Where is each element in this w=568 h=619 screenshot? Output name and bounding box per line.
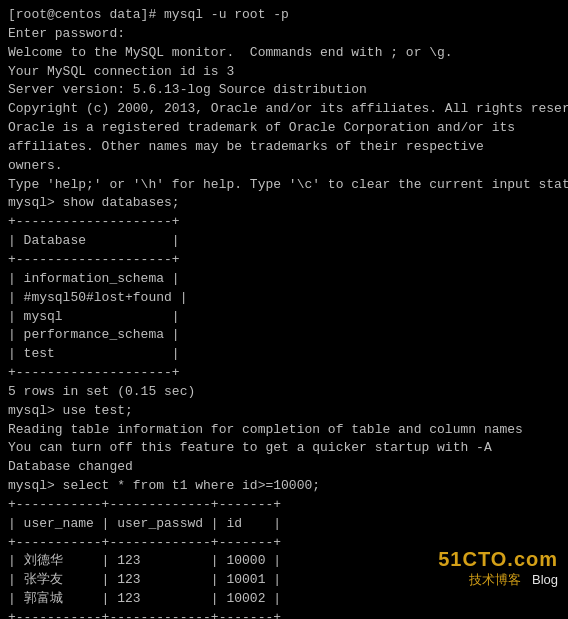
terminal-line: | 郭富城 | 123 | 10002 | (8, 590, 560, 609)
terminal-line: mysql> show databases; (8, 194, 560, 213)
terminal-window: [root@centos data]# mysql -u root -pEnte… (0, 0, 568, 619)
terminal-line: +-----------+-------------+-------+ (8, 609, 560, 619)
terminal-line: +-----------+-------------+-------+ (8, 496, 560, 515)
terminal-line: Server version: 5.6.13-log Source distri… (8, 81, 560, 100)
terminal-line: | information_schema | (8, 270, 560, 289)
terminal-line: Enter password: (8, 25, 560, 44)
terminal-line: Your MySQL connection id is 3 (8, 63, 560, 82)
terminal-line: You can turn off this feature to get a q… (8, 439, 560, 458)
terminal-line: [root@centos data]# mysql -u root -p (8, 6, 560, 25)
terminal-line: | user_name | user_passwd | id | (8, 515, 560, 534)
terminal-line: affiliates. Other names may be trademark… (8, 138, 560, 157)
terminal-line: Reading table information for completion… (8, 421, 560, 440)
terminal-line: mysql> select * from t1 where id>=10000; (8, 477, 560, 496)
terminal-line: Type 'help;' or '\h' for help. Type '\c'… (8, 176, 560, 195)
terminal-line: +--------------------+ (8, 364, 560, 383)
terminal-line: Copyright (c) 2000, 2013, Oracle and/or … (8, 100, 560, 119)
terminal-line: 5 rows in set (0.15 sec) (8, 383, 560, 402)
watermark-site: 51CTO.com (438, 548, 558, 571)
terminal-line: owners. (8, 157, 560, 176)
terminal-line: Welcome to the MySQL monitor. Commands e… (8, 44, 560, 63)
terminal-line: Database changed (8, 458, 560, 477)
terminal-line: | performance_schema | (8, 326, 560, 345)
terminal-line: +--------------------+ (8, 251, 560, 270)
watermark-subtitle: 技术博客 Blog (438, 571, 558, 589)
terminal-line: | #mysql50#lost+found | (8, 289, 560, 308)
terminal-output: [root@centos data]# mysql -u root -pEnte… (8, 6, 560, 619)
terminal-line: | test | (8, 345, 560, 364)
watermark: 51CTO.com 技术博客 Blog (438, 548, 558, 589)
terminal-line: Oracle is a registered trademark of Orac… (8, 119, 560, 138)
terminal-line: mysql> use test; (8, 402, 560, 421)
terminal-line: | Database | (8, 232, 560, 251)
terminal-line: +--------------------+ (8, 213, 560, 232)
terminal-line: | mysql | (8, 308, 560, 327)
